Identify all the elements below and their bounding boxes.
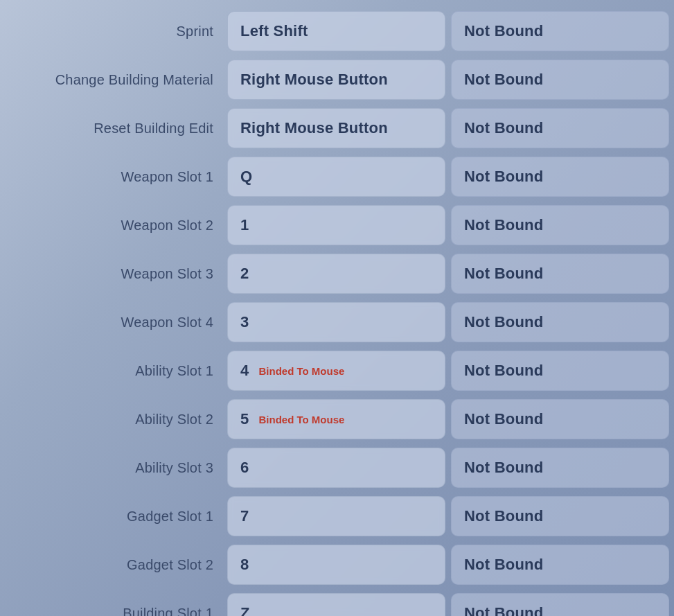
primary-key-text-ability-slot-1: 4 [240, 362, 249, 380]
secondary-bind-weapon-slot-3[interactable]: Not Bound [451, 254, 669, 294]
secondary-bind-ability-slot-3[interactable]: Not Bound [451, 448, 669, 488]
keybind-row-ability-slot-3: Ability Slot 36Not Bound [0, 443, 674, 492]
secondary-bind-weapon-slot-1[interactable]: Not Bound [451, 157, 669, 197]
primary-key-text-ability-slot-3: 6 [240, 459, 249, 477]
secondary-bind-weapon-slot-4[interactable]: Not Bound [451, 302, 669, 342]
primary-bind-gadget-slot-2[interactable]: 8 [227, 545, 445, 585]
secondary-key-text-weapon-slot-1: Not Bound [464, 168, 543, 186]
primary-key-text-reset-building-edit: Right Mouse Button [240, 119, 388, 137]
label-gadget-slot-2: Gadget Slot 2 [7, 557, 222, 573]
primary-bind-weapon-slot-3[interactable]: 2 [227, 254, 445, 294]
keybind-row-weapon-slot-1: Weapon Slot 1QNot Bound [0, 152, 674, 201]
secondary-key-text-weapon-slot-2: Not Bound [464, 216, 543, 234]
keybind-row-gadget-slot-2: Gadget Slot 28Not Bound [0, 540, 674, 589]
secondary-bind-gadget-slot-2[interactable]: Not Bound [451, 545, 669, 585]
label-sprint: Sprint [7, 24, 222, 39]
label-ability-slot-1: Ability Slot 1 [7, 363, 222, 379]
secondary-bind-ability-slot-1[interactable]: Not Bound [451, 351, 669, 391]
secondary-key-text-weapon-slot-3: Not Bound [464, 265, 543, 283]
primary-bind-building-slot-1[interactable]: Z [227, 593, 445, 616]
label-weapon-slot-4: Weapon Slot 4 [7, 315, 222, 331]
primary-key-text-weapon-slot-2: 1 [240, 216, 249, 234]
primary-bind-sprint[interactable]: Left Shift [227, 11, 445, 51]
binded-note-ability-slot-2: Binded To Mouse [258, 414, 344, 425]
secondary-key-text-ability-slot-3: Not Bound [464, 459, 543, 477]
primary-bind-weapon-slot-2[interactable]: 1 [227, 205, 445, 245]
primary-key-text-weapon-slot-3: 2 [240, 265, 249, 283]
label-gadget-slot-1: Gadget Slot 1 [7, 509, 222, 525]
secondary-key-text-reset-building-edit: Not Bound [464, 119, 543, 137]
primary-bind-reset-building-edit[interactable]: Right Mouse Button [227, 108, 445, 148]
primary-bind-weapon-slot-4[interactable]: 3 [227, 302, 445, 342]
secondary-bind-change-building-material[interactable]: Not Bound [451, 60, 669, 100]
label-reset-building-edit: Reset Building Edit [7, 121, 222, 137]
primary-key-text-weapon-slot-1: Q [240, 168, 252, 186]
label-ability-slot-3: Ability Slot 3 [7, 460, 222, 476]
keybind-table: SprintLeft ShiftNot BoundChange Building… [0, 7, 674, 616]
secondary-key-text-sprint: Not Bound [464, 22, 543, 40]
keybind-row-weapon-slot-2: Weapon Slot 21Not Bound [0, 201, 674, 249]
primary-bind-gadget-slot-1[interactable]: 7 [227, 496, 445, 536]
keybind-row-weapon-slot-3: Weapon Slot 32Not Bound [0, 249, 674, 298]
secondary-key-text-weapon-slot-4: Not Bound [464, 313, 543, 331]
secondary-key-text-change-building-material: Not Bound [464, 71, 543, 89]
keybind-row-ability-slot-1: Ability Slot 14Binded To MouseNot Bound [0, 346, 674, 395]
secondary-key-text-building-slot-1: Not Bound [464, 604, 543, 616]
primary-bind-ability-slot-1[interactable]: 4Binded To Mouse [227, 351, 445, 391]
binded-note-ability-slot-1: Binded To Mouse [258, 365, 344, 377]
keybind-row-gadget-slot-1: Gadget Slot 17Not Bound [0, 492, 674, 540]
secondary-bind-reset-building-edit[interactable]: Not Bound [451, 108, 669, 148]
keybind-row-ability-slot-2: Ability Slot 25Binded To MouseNot Bound [0, 395, 674, 443]
primary-key-text-ability-slot-2: 5 [240, 410, 249, 428]
secondary-key-text-ability-slot-2: Not Bound [464, 410, 543, 428]
label-weapon-slot-1: Weapon Slot 1 [7, 169, 222, 185]
secondary-bind-ability-slot-2[interactable]: Not Bound [451, 399, 669, 439]
primary-key-text-weapon-slot-4: 3 [240, 313, 249, 331]
secondary-key-text-ability-slot-1: Not Bound [464, 362, 543, 380]
secondary-bind-weapon-slot-2[interactable]: Not Bound [451, 205, 669, 245]
secondary-bind-gadget-slot-1[interactable]: Not Bound [451, 496, 669, 536]
label-weapon-slot-3: Weapon Slot 3 [7, 266, 222, 282]
secondary-key-text-gadget-slot-1: Not Bound [464, 507, 543, 525]
keybind-row-sprint: SprintLeft ShiftNot Bound [0, 7, 674, 55]
label-change-building-material: Change Building Material [7, 72, 222, 88]
secondary-bind-sprint[interactable]: Not Bound [451, 11, 669, 51]
primary-key-text-sprint: Left Shift [240, 22, 308, 40]
label-weapon-slot-2: Weapon Slot 2 [7, 218, 222, 234]
primary-key-text-gadget-slot-1: 7 [240, 507, 249, 525]
label-building-slot-1: Building Slot 1 [7, 606, 222, 617]
keybind-row-building-slot-1: Building Slot 1ZNot Bound [0, 589, 674, 616]
keybind-row-change-building-material: Change Building MaterialRight Mouse Butt… [0, 55, 674, 104]
primary-key-text-building-slot-1: Z [240, 604, 250, 616]
secondary-key-text-gadget-slot-2: Not Bound [464, 556, 543, 574]
primary-bind-ability-slot-3[interactable]: 6 [227, 448, 445, 488]
primary-bind-weapon-slot-1[interactable]: Q [227, 157, 445, 197]
keybind-row-weapon-slot-4: Weapon Slot 43Not Bound [0, 298, 674, 346]
label-ability-slot-2: Ability Slot 2 [7, 412, 222, 428]
primary-key-text-change-building-material: Right Mouse Button [240, 71, 388, 89]
primary-key-text-gadget-slot-2: 8 [240, 556, 249, 574]
primary-bind-change-building-material[interactable]: Right Mouse Button [227, 60, 445, 100]
keybind-row-reset-building-edit: Reset Building EditRight Mouse ButtonNot… [0, 104, 674, 152]
primary-bind-ability-slot-2[interactable]: 5Binded To Mouse [227, 399, 445, 439]
secondary-bind-building-slot-1[interactable]: Not Bound [451, 593, 669, 616]
